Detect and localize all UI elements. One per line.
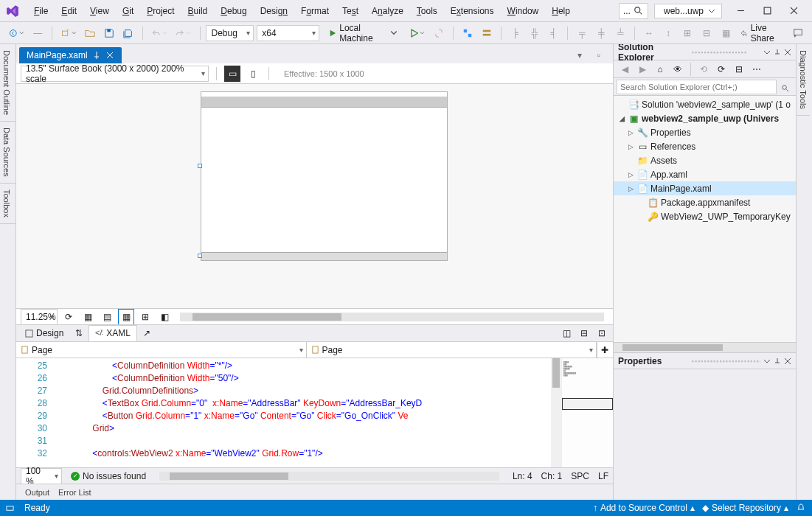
menu-test[interactable]: Test xyxy=(336,3,364,19)
menu-file[interactable]: File xyxy=(28,3,54,19)
code-body[interactable]: <ColumnDefinition Width="*"/> <ColumnDef… xyxy=(53,358,561,467)
run-button[interactable]: Local Machine xyxy=(322,25,403,41)
align-bot-button[interactable]: ╧ xyxy=(612,25,628,41)
menu-build[interactable]: Build xyxy=(182,3,214,19)
tree-manifest[interactable]: 📋Package.appxmanifest xyxy=(614,195,796,209)
menu-project[interactable]: Project xyxy=(141,3,180,19)
tab-data-sources[interactable]: Data Sources xyxy=(0,122,15,184)
sol-sync-button[interactable]: ⟲ xyxy=(695,61,712,77)
issues-indicator[interactable]: ✓No issues found xyxy=(71,471,146,481)
eol-mode[interactable]: LF xyxy=(598,471,608,481)
config-dropdown[interactable]: Debug xyxy=(206,25,254,41)
snap-btn[interactable]: ▦ xyxy=(118,309,134,325)
close-icon[interactable] xyxy=(105,51,114,60)
expander-icon[interactable]: ▷ xyxy=(627,143,634,150)
feedback-button[interactable] xyxy=(790,25,806,41)
tab-diagnostic-tools[interactable]: Diagnostic Tools xyxy=(797,44,810,116)
resize-handle[interactable] xyxy=(198,164,202,168)
select-repository-button[interactable]: ◆Select Repository▴ xyxy=(702,503,788,513)
dist-v-button[interactable]: ↕ xyxy=(660,25,676,41)
tab-document-outline[interactable]: Document Outline xyxy=(0,44,15,122)
solution-search-input[interactable] xyxy=(617,80,777,94)
align-top-button[interactable]: ╤ xyxy=(574,25,590,41)
new-item-button[interactable] xyxy=(58,25,79,41)
orientation-landscape-button[interactable]: ▭ xyxy=(224,66,240,82)
tb-misc1[interactable]: ⊞ xyxy=(679,25,695,41)
sol-collapse-button[interactable]: ⊟ xyxy=(731,61,747,77)
tree-assets[interactable]: 📁Assets xyxy=(614,153,796,167)
solution-hscroll[interactable] xyxy=(614,342,796,352)
tab-output[interactable]: Output xyxy=(25,488,49,497)
doc-overflow-button[interactable]: ▾ xyxy=(572,47,588,63)
sol-home-button[interactable]: ⌂ xyxy=(652,61,668,77)
code-editor[interactable]: 2526272829303132 <ColumnDefinition Width… xyxy=(16,358,613,467)
code-vscroll[interactable] xyxy=(551,358,561,467)
doc-tab-mainpage[interactable]: MainPage.xaml xyxy=(19,47,122,63)
pin-icon[interactable] xyxy=(774,358,781,365)
menu-analyze[interactable]: Analyze xyxy=(366,3,409,19)
split-horiz-button[interactable]: ⊟ xyxy=(576,325,592,341)
split-vert-button[interactable]: ◫ xyxy=(558,325,575,341)
pin-icon[interactable] xyxy=(774,49,781,56)
scroll-thumb[interactable] xyxy=(552,358,560,388)
menu-window[interactable]: Window xyxy=(502,3,545,19)
editor-zoom-dropdown[interactable]: 100 % xyxy=(21,468,62,484)
hot-reload-button[interactable] xyxy=(431,25,447,41)
align-left-button[interactable]: ╞ xyxy=(507,25,523,41)
doc-window-button[interactable]: ▫ xyxy=(591,47,607,63)
indent-mode[interactable]: SPC xyxy=(571,471,589,481)
zoom-dropdown[interactable]: 11.25% xyxy=(21,309,58,325)
redo-button[interactable] xyxy=(173,25,193,41)
menu-design[interactable]: Design xyxy=(254,3,294,19)
tab-design[interactable]: Design xyxy=(19,326,69,341)
tb-misc2[interactable]: ⊟ xyxy=(698,25,715,41)
align-mid-button[interactable]: ╪ xyxy=(593,25,609,41)
designer-canvas[interactable] xyxy=(16,84,613,308)
tree-appxaml[interactable]: ▷📄App.xaml xyxy=(614,167,796,181)
swap-panes-button[interactable]: ⇅ xyxy=(71,325,87,341)
snap-btn2[interactable]: ⊞ xyxy=(137,309,153,325)
expander-icon[interactable]: ▷ xyxy=(627,171,634,178)
menu-help[interactable]: Help xyxy=(546,3,576,19)
grid-btn1[interactable]: ▦ xyxy=(80,309,96,325)
tab-toolbox[interactable]: Toolbox xyxy=(0,184,15,224)
sol-more-button[interactable]: ⋯ xyxy=(749,61,765,77)
close-icon[interactable] xyxy=(784,49,791,56)
tree-mainpage[interactable]: ▷📄MainPage.xaml xyxy=(614,181,796,195)
menu-git[interactable]: Git xyxy=(117,3,139,19)
code-minimap[interactable]: ████████████████████████████████████████ xyxy=(561,358,613,467)
nav-back-button[interactable] xyxy=(6,25,27,41)
open-file-button[interactable] xyxy=(82,25,98,41)
undo-button[interactable] xyxy=(149,25,170,41)
maximize-button[interactable] xyxy=(754,1,780,21)
sol-back-button[interactable]: ◀ xyxy=(617,61,633,77)
collapse-button[interactable]: ⊡ xyxy=(594,325,610,341)
sol-fwd-button[interactable]: ▶ xyxy=(634,61,650,77)
pin-icon[interactable] xyxy=(92,51,101,60)
close-button[interactable] xyxy=(781,1,806,21)
search-submit-button[interactable] xyxy=(777,80,793,96)
search-box[interactable]: ... xyxy=(619,3,648,19)
menu-format[interactable]: Format xyxy=(295,3,335,19)
popout-button[interactable]: ↗ xyxy=(139,325,155,341)
code-hscroll[interactable] xyxy=(159,472,499,481)
menu-extensions[interactable]: Extensions xyxy=(445,3,500,19)
tb-btn-generic1[interactable] xyxy=(459,25,476,41)
menu-tools[interactable]: Tools xyxy=(411,3,443,19)
close-icon[interactable] xyxy=(784,358,791,365)
sol-refresh-button[interactable]: ⟳ xyxy=(713,61,729,77)
expander-icon[interactable]: ▷ xyxy=(627,129,634,136)
tree-properties[interactable]: ▷🔧Properties xyxy=(614,125,796,139)
tab-xaml[interactable]: </>XAML xyxy=(89,325,137,341)
refresh-design-button[interactable]: ⟳ xyxy=(60,309,77,325)
tree-solution-root[interactable]: 📑Solution 'webview2_sample_uwp' (1 o xyxy=(614,97,796,111)
menu-view[interactable]: View xyxy=(84,3,115,19)
tree-tempkey[interactable]: 🔑WebView2_UWP_TemporaryKey xyxy=(614,209,796,223)
expander-icon[interactable]: ▷ xyxy=(627,185,634,192)
notifications-icon[interactable] xyxy=(796,503,806,513)
panel-menu-icon[interactable] xyxy=(763,358,771,365)
sol-view-button[interactable]: 👁 xyxy=(670,61,686,77)
device-frame[interactable] xyxy=(201,91,448,261)
tab-error-list[interactable]: Error List xyxy=(58,488,91,497)
menu-debug[interactable]: Debug xyxy=(215,3,252,19)
